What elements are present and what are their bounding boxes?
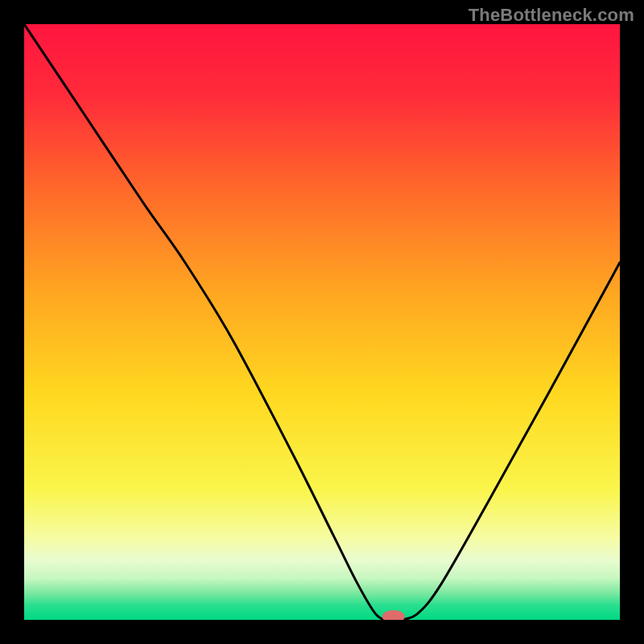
gradient-background [24, 24, 620, 620]
watermark-text: TheBottleneck.com [469, 5, 634, 26]
bottleneck-chart [24, 24, 620, 620]
chart-frame: TheBottleneck.com [0, 0, 644, 644]
plot-area [24, 24, 620, 620]
